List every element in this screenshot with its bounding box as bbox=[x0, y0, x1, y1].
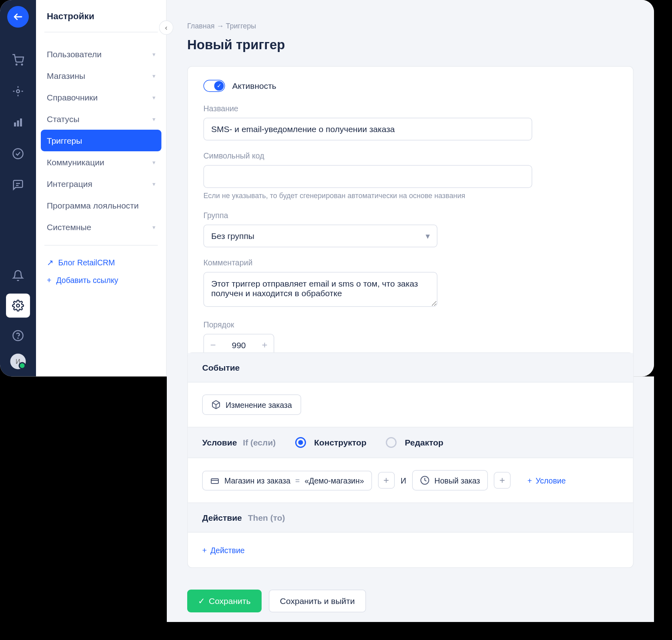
avatar[interactable]: И bbox=[10, 354, 26, 369]
chart-icon[interactable] bbox=[10, 114, 26, 131]
save-button[interactable]: ✓Сохранить bbox=[187, 590, 261, 612]
chevron-down-icon: ▾ bbox=[152, 224, 156, 231]
constructor-radio[interactable] bbox=[295, 437, 306, 448]
chevron-down-icon: ▾ bbox=[152, 181, 156, 187]
help-icon[interactable] bbox=[10, 327, 26, 344]
footer-actions: ✓Сохранить Сохранить и выйти bbox=[167, 580, 654, 622]
check-circle-icon[interactable] bbox=[10, 145, 26, 162]
code-hint: Если не указывать, то будет сгенерирован… bbox=[204, 192, 618, 200]
clock-icon bbox=[420, 475, 430, 485]
sidebar-item-system[interactable]: Системные▾ bbox=[36, 216, 166, 238]
chevron-down-icon: ▾ bbox=[152, 72, 156, 79]
plus-icon: + bbox=[47, 276, 51, 285]
breadcrumb-home[interactable]: Главная bbox=[187, 22, 215, 30]
editor-radio[interactable] bbox=[386, 437, 396, 448]
svg-point-0 bbox=[16, 64, 17, 65]
svg-point-2 bbox=[16, 90, 20, 93]
check-icon: ✓ bbox=[198, 596, 205, 606]
comment-textarea[interactable]: Этот триггер отправляет email и sms о то… bbox=[204, 272, 438, 307]
collapse-sidebar-button[interactable]: ‹ bbox=[159, 20, 174, 35]
name-label: Название bbox=[204, 104, 618, 113]
comment-label: Комментарий bbox=[204, 258, 618, 267]
logo-icon[interactable] bbox=[7, 6, 29, 28]
code-input[interactable] bbox=[204, 165, 532, 188]
svg-point-1 bbox=[22, 64, 23, 65]
save-exit-button[interactable]: Сохранить и выйти bbox=[268, 590, 366, 612]
group-select[interactable]: Без группы ▾ bbox=[204, 225, 438, 247]
add-condition-button[interactable]: +Условие bbox=[528, 476, 566, 485]
sidebar-item-stores[interactable]: Магазины▾ bbox=[36, 65, 166, 86]
condition-section-header: Условие If (если) Конструктор Редактор bbox=[188, 427, 633, 458]
svg-rect-5 bbox=[20, 118, 22, 126]
sidebar-item-triggers[interactable]: Триггеры bbox=[41, 130, 162, 151]
plus-icon: + bbox=[202, 546, 207, 555]
condition-chip-new-order[interactable]: Новый заказ bbox=[412, 470, 488, 491]
svg-point-6 bbox=[13, 149, 23, 159]
name-input[interactable] bbox=[204, 118, 532, 140]
sidebar-title: Настройки bbox=[44, 11, 158, 32]
logic-card: Событие Изменение заказа Условие If (есл… bbox=[187, 353, 634, 568]
chevron-down-icon: ▾ bbox=[152, 159, 156, 166]
blog-link[interactable]: ↗Блог RetailCRM bbox=[44, 254, 158, 272]
bell-icon[interactable] bbox=[10, 267, 26, 284]
svg-rect-3 bbox=[14, 122, 16, 126]
add-condition-inline-2[interactable]: + bbox=[494, 472, 511, 489]
breadcrumb-current: Триггеры bbox=[226, 22, 256, 30]
sidebar-item-users[interactable]: Пользователи▾ bbox=[36, 43, 166, 65]
sidebar-item-statuses[interactable]: Статусы▾ bbox=[36, 108, 166, 130]
add-action-button[interactable]: +Действие bbox=[202, 546, 245, 555]
order-value[interactable]: 990 bbox=[222, 341, 256, 350]
svg-rect-4 bbox=[17, 120, 19, 126]
svg-point-9 bbox=[18, 338, 18, 338]
plus-icon: + bbox=[528, 476, 532, 485]
page-title: Новый триггер bbox=[187, 37, 634, 53]
chevron-down-icon: ▾ bbox=[426, 231, 430, 241]
settings-icon[interactable] bbox=[6, 294, 30, 318]
store-icon bbox=[210, 476, 220, 485]
group-label: Группа bbox=[204, 211, 618, 220]
main-content-extended: Событие Изменение заказа Условие If (есл… bbox=[167, 377, 654, 622]
sidebar: ‹ Настройки Пользователи▾ Магазины▾ Спра… bbox=[36, 0, 167, 377]
add-condition-inline-1[interactable]: + bbox=[378, 472, 395, 489]
order-label: Порядок bbox=[204, 320, 618, 329]
event-section-header: Событие bbox=[188, 353, 633, 383]
main-settings-card: ✓ Активность Название Символьный код Есл… bbox=[187, 66, 634, 371]
box-icon bbox=[211, 400, 221, 409]
main-content: Главная → Триггеры Новый триггер ✓ Актив… bbox=[167, 0, 654, 377]
activity-label: Активность bbox=[232, 81, 276, 91]
sidebar-item-references[interactable]: Справочники▾ bbox=[36, 86, 166, 108]
chevron-down-icon: ▾ bbox=[152, 94, 156, 101]
external-link-icon: ↗ bbox=[47, 258, 54, 267]
code-label: Символьный код bbox=[204, 151, 618, 161]
action-section-header: Действие Then (то) bbox=[188, 503, 633, 533]
sidebar-item-communications[interactable]: Коммуникации▾ bbox=[36, 151, 166, 173]
chevron-down-icon: ▾ bbox=[152, 116, 156, 122]
sidebar-item-loyalty[interactable]: Программа лояльности bbox=[36, 195, 166, 216]
chevron-down-icon: ▾ bbox=[152, 51, 156, 58]
chat-icon[interactable] bbox=[10, 177, 26, 193]
add-link-button[interactable]: +Добавить ссылку bbox=[44, 271, 158, 289]
icon-rail: И bbox=[0, 0, 36, 377]
condition-chip-store[interactable]: Магазин из заказа = «Демо-магазин» bbox=[202, 470, 372, 490]
activity-toggle[interactable]: ✓ bbox=[204, 80, 225, 92]
cart-icon[interactable] bbox=[10, 52, 26, 68]
svg-rect-10 bbox=[211, 479, 218, 484]
check-icon: ✓ bbox=[214, 81, 224, 91]
event-chip[interactable]: Изменение заказа bbox=[202, 395, 301, 415]
target-icon[interactable] bbox=[10, 83, 26, 100]
svg-point-7 bbox=[16, 304, 20, 307]
sidebar-item-integration[interactable]: Интеграция▾ bbox=[36, 173, 166, 195]
breadcrumb: Главная → Триггеры bbox=[187, 22, 634, 30]
